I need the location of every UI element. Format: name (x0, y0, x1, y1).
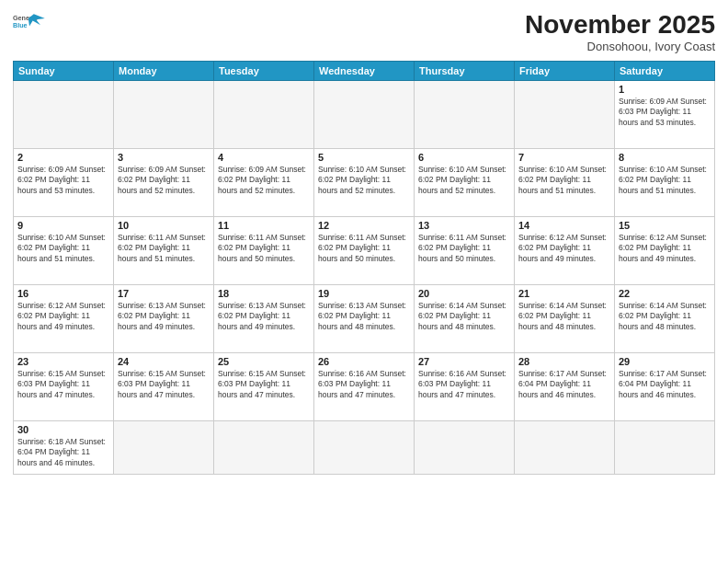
day-info: Sunrise: 6:15 AM Sunset: 6:03 PM Dayligh… (218, 369, 310, 400)
location: Donsohoou, Ivory Coast (525, 40, 715, 53)
day-number: 29 (619, 356, 711, 367)
day-info: Sunrise: 6:15 AM Sunset: 6:03 PM Dayligh… (17, 369, 109, 400)
day-number: 17 (118, 288, 210, 299)
calendar-cell (515, 420, 615, 474)
day-info: Sunrise: 6:12 AM Sunset: 6:02 PM Dayligh… (17, 301, 109, 332)
day-number: 23 (17, 356, 109, 367)
day-info: Sunrise: 6:11 AM Sunset: 6:02 PM Dayligh… (218, 233, 310, 264)
day-info: Sunrise: 6:17 AM Sunset: 6:04 PM Dayligh… (619, 369, 711, 400)
weekday-header: Friday (515, 61, 615, 80)
day-info: Sunrise: 6:09 AM Sunset: 6:02 PM Dayligh… (17, 165, 109, 196)
calendar-cell: 8Sunrise: 6:10 AM Sunset: 6:02 PM Daylig… (615, 148, 715, 216)
day-info: Sunrise: 6:10 AM Sunset: 6:02 PM Dayligh… (619, 165, 711, 196)
calendar: SundayMondayTuesdayWednesdayThursdayFrid… (13, 61, 715, 475)
calendar-cell: 12Sunrise: 6:11 AM Sunset: 6:02 PM Dayli… (314, 216, 415, 284)
calendar-cell: 14Sunrise: 6:12 AM Sunset: 6:02 PM Dayli… (515, 216, 615, 284)
calendar-cell (515, 80, 615, 148)
day-number: 27 (418, 356, 510, 367)
calendar-cell: 20Sunrise: 6:14 AM Sunset: 6:02 PM Dayli… (415, 284, 515, 352)
day-number: 22 (619, 288, 711, 299)
day-info: Sunrise: 6:13 AM Sunset: 6:02 PM Dayligh… (118, 301, 210, 332)
day-number: 12 (318, 220, 410, 231)
day-info: Sunrise: 6:11 AM Sunset: 6:02 PM Dayligh… (118, 233, 210, 264)
day-number: 21 (518, 288, 610, 299)
day-info: Sunrise: 6:17 AM Sunset: 6:04 PM Dayligh… (518, 369, 610, 400)
calendar-cell: 6Sunrise: 6:10 AM Sunset: 6:02 PM Daylig… (415, 148, 515, 216)
calendar-cell: 26Sunrise: 6:16 AM Sunset: 6:03 PM Dayli… (314, 352, 415, 420)
day-number: 3 (118, 152, 210, 163)
weekday-header: Wednesday (314, 61, 415, 80)
month-title: November 2025 (525, 11, 715, 40)
day-number: 10 (118, 220, 210, 231)
day-info: Sunrise: 6:13 AM Sunset: 6:02 PM Dayligh… (218, 301, 310, 332)
day-info: Sunrise: 6:12 AM Sunset: 6:02 PM Dayligh… (619, 233, 711, 264)
calendar-cell: 21Sunrise: 6:14 AM Sunset: 6:02 PM Dayli… (515, 284, 615, 352)
calendar-cell (214, 80, 314, 148)
weekday-header: Thursday (415, 61, 515, 80)
calendar-cell: 29Sunrise: 6:17 AM Sunset: 6:04 PM Dayli… (615, 352, 715, 420)
day-info: Sunrise: 6:09 AM Sunset: 6:02 PM Dayligh… (218, 165, 310, 196)
calendar-cell: 15Sunrise: 6:12 AM Sunset: 6:02 PM Dayli… (615, 216, 715, 284)
logo-icon: General Blue (13, 11, 46, 31)
day-number: 11 (218, 220, 310, 231)
day-info: Sunrise: 6:11 AM Sunset: 6:02 PM Dayligh… (318, 233, 410, 264)
day-number: 26 (318, 356, 410, 367)
day-number: 30 (17, 424, 109, 435)
svg-text:Blue: Blue (13, 21, 28, 29)
day-info: Sunrise: 6:16 AM Sunset: 6:03 PM Dayligh… (418, 369, 510, 400)
day-number: 4 (218, 152, 310, 163)
calendar-cell: 13Sunrise: 6:11 AM Sunset: 6:02 PM Dayli… (415, 216, 515, 284)
day-info: Sunrise: 6:14 AM Sunset: 6:02 PM Dayligh… (619, 301, 711, 332)
calendar-cell: 22Sunrise: 6:14 AM Sunset: 6:02 PM Dayli… (615, 284, 715, 352)
day-number: 16 (17, 288, 109, 299)
day-number: 9 (17, 220, 109, 231)
day-info: Sunrise: 6:15 AM Sunset: 6:03 PM Dayligh… (118, 369, 210, 400)
calendar-cell: 24Sunrise: 6:15 AM Sunset: 6:03 PM Dayli… (114, 352, 214, 420)
day-info: Sunrise: 6:18 AM Sunset: 6:04 PM Dayligh… (17, 437, 109, 468)
calendar-cell (314, 80, 415, 148)
day-info: Sunrise: 6:10 AM Sunset: 6:02 PM Dayligh… (17, 233, 109, 264)
day-info: Sunrise: 6:09 AM Sunset: 6:02 PM Dayligh… (118, 165, 210, 196)
day-number: 19 (318, 288, 410, 299)
day-number: 20 (418, 288, 510, 299)
day-number: 18 (218, 288, 310, 299)
day-number: 8 (619, 152, 711, 163)
day-number: 24 (118, 356, 210, 367)
day-number: 15 (619, 220, 711, 231)
weekday-header: Sunday (14, 61, 114, 80)
day-number: 14 (518, 220, 610, 231)
calendar-cell: 3Sunrise: 6:09 AM Sunset: 6:02 PM Daylig… (114, 148, 214, 216)
day-info: Sunrise: 6:14 AM Sunset: 6:02 PM Dayligh… (418, 301, 510, 332)
calendar-cell: 7Sunrise: 6:10 AM Sunset: 6:02 PM Daylig… (515, 148, 615, 216)
day-info: Sunrise: 6:12 AM Sunset: 6:02 PM Dayligh… (518, 233, 610, 264)
day-number: 2 (17, 152, 109, 163)
calendar-cell: 9Sunrise: 6:10 AM Sunset: 6:02 PM Daylig… (14, 216, 114, 284)
day-info: Sunrise: 6:10 AM Sunset: 6:02 PM Dayligh… (318, 165, 410, 196)
calendar-cell (314, 420, 415, 474)
calendar-cell: 17Sunrise: 6:13 AM Sunset: 6:02 PM Dayli… (114, 284, 214, 352)
day-number: 28 (518, 356, 610, 367)
calendar-cell: 4Sunrise: 6:09 AM Sunset: 6:02 PM Daylig… (214, 148, 314, 216)
day-info: Sunrise: 6:10 AM Sunset: 6:02 PM Dayligh… (418, 165, 510, 196)
day-info: Sunrise: 6:10 AM Sunset: 6:02 PM Dayligh… (518, 165, 610, 196)
weekday-header: Tuesday (214, 61, 314, 80)
calendar-cell: 1Sunrise: 6:09 AM Sunset: 6:03 PM Daylig… (615, 80, 715, 148)
calendar-cell (114, 80, 214, 148)
day-number: 1 (619, 84, 711, 95)
calendar-cell: 19Sunrise: 6:13 AM Sunset: 6:02 PM Dayli… (314, 284, 415, 352)
calendar-cell: 2Sunrise: 6:09 AM Sunset: 6:02 PM Daylig… (14, 148, 114, 216)
weekday-header: Saturday (615, 61, 715, 80)
calendar-cell (615, 420, 715, 474)
calendar-cell: 10Sunrise: 6:11 AM Sunset: 6:02 PM Dayli… (114, 216, 214, 284)
day-number: 13 (418, 220, 510, 231)
day-number: 5 (318, 152, 410, 163)
day-info: Sunrise: 6:11 AM Sunset: 6:02 PM Dayligh… (418, 233, 510, 264)
day-info: Sunrise: 6:16 AM Sunset: 6:03 PM Dayligh… (318, 369, 410, 400)
calendar-cell: 23Sunrise: 6:15 AM Sunset: 6:03 PM Dayli… (14, 352, 114, 420)
calendar-cell: 11Sunrise: 6:11 AM Sunset: 6:02 PM Dayli… (214, 216, 314, 284)
calendar-cell: 28Sunrise: 6:17 AM Sunset: 6:04 PM Dayli… (515, 352, 615, 420)
logo: General Blue (13, 11, 46, 31)
calendar-cell (114, 420, 214, 474)
day-info: Sunrise: 6:09 AM Sunset: 6:03 PM Dayligh… (619, 97, 711, 128)
calendar-cell: 18Sunrise: 6:13 AM Sunset: 6:02 PM Dayli… (214, 284, 314, 352)
